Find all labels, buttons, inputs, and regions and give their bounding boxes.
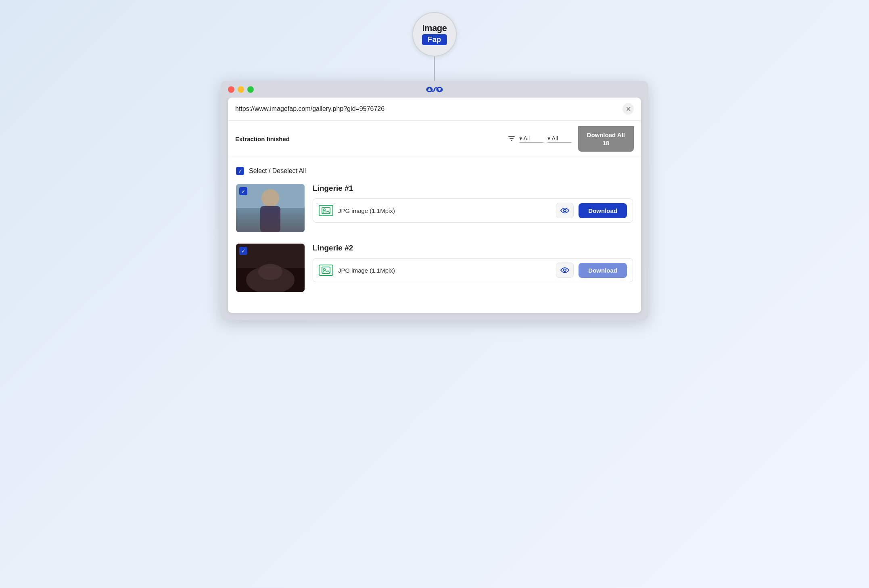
content-area: ✓ Select / Deselect All ✓ — [228, 157, 641, 313]
traffic-light-red[interactable] — [228, 86, 234, 93]
url-bar: https://www.imagefap.com/gallery.php?gid… — [228, 98, 641, 121]
image-file-row-1: JPG image (1.1Mpix) Download — [313, 198, 633, 223]
connector-line — [434, 56, 435, 81]
filter-dropdown-2[interactable]: ▾ All — [547, 135, 572, 143]
item-checkbox-2[interactable]: ✓ — [239, 247, 247, 255]
logo-container: Image Fap — [412, 12, 457, 81]
preview-button-2[interactable] — [556, 263, 574, 278]
list-item: ✓ Lingerie #1 JPG image (1.1Mpix) — [236, 184, 633, 232]
file-type-label-2: JPG image (1.1Mpix) — [338, 267, 551, 274]
logo-circle: Image Fap — [412, 12, 457, 56]
download-all-button[interactable]: Download All18 — [578, 126, 634, 152]
file-type-label-1: JPG image (1.1Mpix) — [338, 207, 551, 214]
extraction-bar: Extraction finished ▾ All ▾ All Downlo — [228, 121, 641, 157]
logo-image-text: Image — [422, 23, 447, 33]
close-icon: ✕ — [626, 105, 631, 113]
traffic-light-green[interactable] — [247, 86, 254, 93]
image-info-1: Lingerie #1 JPG image (1.1Mpix) — [313, 184, 633, 223]
svg-point-12 — [258, 264, 282, 280]
url-clear-button[interactable]: ✕ — [623, 103, 634, 115]
checkmark-icon: ✓ — [238, 168, 242, 174]
svg-point-4 — [261, 189, 279, 207]
image-info-2: Lingerie #2 JPG image (1.1Mpix) — [313, 244, 633, 282]
download-button-1[interactable]: Download — [579, 203, 627, 218]
item-checkbox-1[interactable]: ✓ — [239, 187, 247, 195]
image-title-2: Lingerie #2 — [313, 244, 633, 252]
filter-label-1: All — [524, 135, 530, 142]
download-button-2[interactable]: Download — [579, 263, 627, 278]
preview-button-1[interactable] — [556, 203, 574, 218]
svg-point-8 — [564, 209, 566, 212]
download-all-label: Download All18 — [587, 131, 625, 146]
browser-toolbar-center — [424, 83, 445, 96]
url-text: https://www.imagefap.com/gallery.php?gid… — [235, 105, 623, 113]
extraction-status: Extraction finished — [235, 136, 501, 142]
browser-window: https://www.imagefap.com/gallery.php?gid… — [221, 81, 648, 320]
list-item: ✓ Lingerie #2 JPG image (1.1Mpix) — [236, 244, 633, 292]
file-type-icon-1 — [319, 205, 333, 216]
filter-arrow-2: ▾ — [547, 135, 550, 142]
browser-titlebar — [221, 81, 648, 98]
svg-point-15 — [564, 269, 566, 271]
select-all-label: Select / Deselect All — [249, 167, 306, 175]
filter-label-2: All — [552, 135, 558, 142]
checkmark-icon-2: ✓ — [241, 248, 246, 254]
image-thumb-wrapper-2: ✓ — [236, 244, 305, 292]
filter-icon — [508, 135, 515, 144]
url-bar-wrapper: https://www.imagefap.com/gallery.php?gid… — [228, 98, 641, 157]
download-label-2: Download — [588, 267, 617, 274]
download-label-1: Download — [588, 207, 617, 214]
image-file-row-2: JPG image (1.1Mpix) Download — [313, 258, 633, 282]
checkmark-icon-1: ✓ — [241, 188, 246, 194]
svg-rect-3 — [236, 208, 305, 232]
file-type-icon-2 — [319, 265, 333, 276]
svg-rect-5 — [260, 206, 280, 232]
chain-icon — [424, 83, 445, 96]
image-title-1: Lingerie #1 — [313, 184, 633, 193]
filter-dropdown-1[interactable]: ▾ All — [519, 135, 543, 143]
filter-arrow-1: ▾ — [519, 135, 522, 142]
filter-section: ▾ All ▾ All — [508, 135, 572, 144]
logo-fap-badge: Fap — [422, 34, 447, 45]
traffic-light-yellow[interactable] — [238, 86, 244, 93]
select-all-row[interactable]: ✓ Select / Deselect All — [236, 167, 633, 175]
select-all-checkbox[interactable]: ✓ — [236, 167, 244, 175]
image-thumb-wrapper-1: ✓ — [236, 184, 305, 232]
